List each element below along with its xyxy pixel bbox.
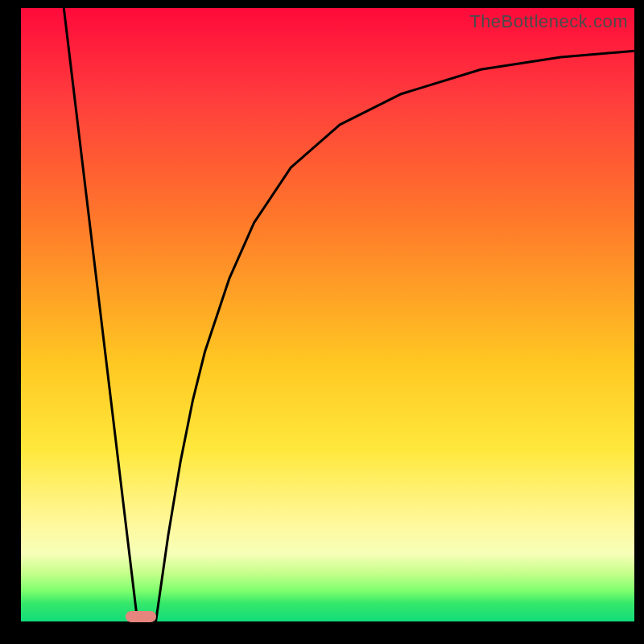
optimum-marker [126, 611, 156, 622]
curve-path [64, 8, 634, 621]
plot-area: TheBottleneck.com [21, 8, 634, 621]
chart-frame: TheBottleneck.com [0, 0, 644, 644]
bottleneck-curve [21, 8, 634, 621]
